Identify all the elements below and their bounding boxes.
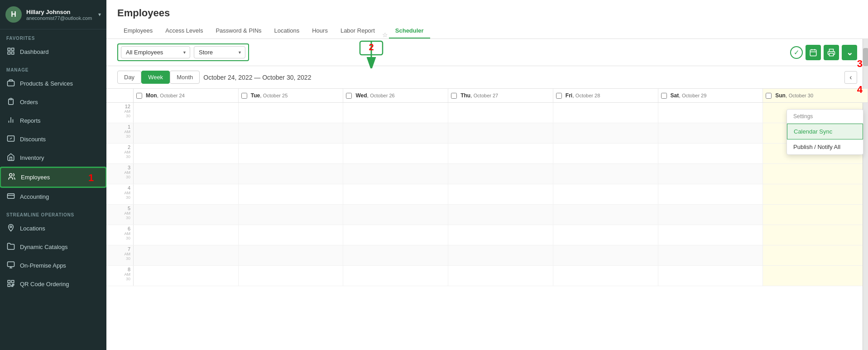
tab-locations[interactable]: Locations bbox=[268, 24, 306, 38]
print-button[interactable] bbox=[824, 45, 839, 60]
cell-sun-4am[interactable] bbox=[763, 184, 868, 204]
cell-sun-8am[interactable] bbox=[763, 266, 868, 286]
cell-fri-5am[interactable] bbox=[553, 205, 658, 225]
cell-sat-1am[interactable] bbox=[658, 123, 763, 143]
cell-fri-4am[interactable] bbox=[553, 184, 658, 204]
tab-hours[interactable]: Hours bbox=[306, 24, 334, 38]
tab-labor-report[interactable]: Labor Report bbox=[334, 24, 381, 38]
select-monday-checkbox[interactable] bbox=[136, 93, 142, 99]
favorite-star-icon[interactable]: ☆ bbox=[382, 31, 388, 38]
user-menu[interactable]: H Hillary Johnson aneconomist77@outlook.… bbox=[0, 0, 106, 29]
sidebar-item-dynamic-catalogs[interactable]: Dynamic Catalogs bbox=[0, 238, 106, 256]
cell-sun-5am[interactable] bbox=[763, 205, 868, 225]
cell-tue-3am[interactable] bbox=[239, 164, 344, 184]
cell-mon-2am[interactable] bbox=[134, 144, 239, 163]
sidebar-item-orders[interactable]: Orders bbox=[0, 93, 106, 111]
cell-tue-1am[interactable] bbox=[239, 123, 344, 143]
cell-sat-8am[interactable] bbox=[658, 266, 763, 286]
dropdown-toggle-button[interactable]: ⌄ bbox=[842, 45, 857, 60]
scrollbar[interactable] bbox=[863, 39, 868, 350]
sidebar-item-inventory[interactable]: Inventory bbox=[0, 149, 106, 167]
cell-tue-5am[interactable] bbox=[239, 205, 344, 225]
select-tuesday-checkbox[interactable] bbox=[241, 93, 247, 99]
sidebar-item-on-premise-apps[interactable]: On-Premise Apps bbox=[0, 256, 106, 275]
select-saturday-checkbox[interactable] bbox=[661, 93, 667, 99]
sidebar-item-employees[interactable]: Employees bbox=[0, 167, 106, 187]
cell-sat-2am[interactable] bbox=[658, 144, 763, 163]
sidebar-item-dashboard[interactable]: Dashboard bbox=[0, 43, 106, 61]
cell-thu-12am[interactable] bbox=[448, 103, 553, 123]
store-filter-select[interactable]: Store All Locations bbox=[194, 46, 245, 58]
week-view-button[interactable]: Week bbox=[141, 71, 170, 84]
check-circle-button[interactable]: ✓ bbox=[790, 46, 803, 59]
cell-sun-3am[interactable] bbox=[763, 164, 868, 184]
day-view-button[interactable]: Day bbox=[117, 71, 141, 84]
sidebar-item-locations[interactable]: Locations bbox=[0, 219, 106, 238]
cell-sat-12am[interactable] bbox=[658, 103, 763, 123]
cell-tue-4am[interactable] bbox=[239, 184, 344, 204]
cell-mon-7am[interactable] bbox=[134, 245, 239, 265]
cell-fri-7am[interactable] bbox=[553, 245, 658, 265]
select-sunday-checkbox[interactable] bbox=[766, 93, 772, 99]
publish-notify-all-menu-item[interactable]: Publish / Notify All bbox=[787, 139, 863, 154]
cell-mon-3am[interactable] bbox=[134, 164, 239, 184]
cell-wed-8am[interactable] bbox=[343, 266, 448, 286]
cell-mon-4am[interactable] bbox=[134, 184, 239, 204]
select-wednesday-checkbox[interactable] bbox=[346, 93, 352, 99]
cell-mon-8am[interactable] bbox=[134, 266, 239, 286]
cell-mon-1am[interactable] bbox=[134, 123, 239, 143]
cell-fri-2am[interactable] bbox=[553, 144, 658, 163]
cell-thu-4am[interactable] bbox=[448, 184, 553, 204]
cell-sun-7am[interactable] bbox=[763, 245, 868, 265]
cell-sat-3am[interactable] bbox=[658, 164, 763, 184]
calendar-button[interactable] bbox=[806, 45, 821, 60]
cell-wed-2am[interactable] bbox=[343, 144, 448, 163]
cell-thu-1am[interactable] bbox=[448, 123, 553, 143]
cell-thu-2am[interactable] bbox=[448, 144, 553, 163]
sidebar-item-accounting[interactable]: Accounting bbox=[0, 187, 106, 206]
employee-filter-select[interactable]: All Employees Active Employees Inactive … bbox=[121, 46, 190, 58]
cell-tue-7am[interactable] bbox=[239, 245, 344, 265]
cell-wed-1am[interactable] bbox=[343, 123, 448, 143]
cell-mon-6am[interactable] bbox=[134, 225, 239, 245]
cell-tue-8am[interactable] bbox=[239, 266, 344, 286]
cell-sat-7am[interactable] bbox=[658, 245, 763, 265]
cell-fri-1am[interactable] bbox=[553, 123, 658, 143]
cell-tue-12am[interactable] bbox=[239, 103, 344, 123]
select-friday-checkbox[interactable] bbox=[556, 93, 562, 99]
select-thursday-checkbox[interactable] bbox=[451, 93, 457, 99]
cell-tue-6am[interactable] bbox=[239, 225, 344, 245]
cell-mon-5am[interactable] bbox=[134, 205, 239, 225]
tab-access-levels[interactable]: Access Levels bbox=[159, 24, 209, 38]
month-view-button[interactable]: Month bbox=[170, 71, 200, 84]
cell-sat-5am[interactable] bbox=[658, 205, 763, 225]
cell-tue-2am[interactable] bbox=[239, 144, 344, 163]
cell-fri-6am[interactable] bbox=[553, 225, 658, 245]
cell-wed-3am[interactable] bbox=[343, 164, 448, 184]
cell-sun-6am[interactable] bbox=[763, 225, 868, 245]
sidebar-item-reports[interactable]: Reports bbox=[0, 111, 106, 130]
cell-thu-8am[interactable] bbox=[448, 266, 553, 286]
sidebar-item-discounts[interactable]: Discounts bbox=[0, 130, 106, 149]
tab-employees[interactable]: Employees bbox=[117, 24, 159, 38]
prev-week-button[interactable]: ‹ bbox=[844, 71, 857, 84]
tab-password-pins[interactable]: Password & PINs bbox=[209, 24, 268, 38]
cell-fri-3am[interactable] bbox=[553, 164, 658, 184]
cell-wed-7am[interactable] bbox=[343, 245, 448, 265]
cell-sat-4am[interactable] bbox=[658, 184, 763, 204]
cell-thu-3am[interactable] bbox=[448, 164, 553, 184]
cell-thu-7am[interactable] bbox=[448, 245, 553, 265]
cell-thu-6am[interactable] bbox=[448, 225, 553, 245]
cell-mon-12am[interactable] bbox=[134, 103, 239, 123]
cell-fri-8am[interactable] bbox=[553, 266, 658, 286]
cell-wed-5am[interactable] bbox=[343, 205, 448, 225]
scrollbar-thumb[interactable] bbox=[863, 48, 868, 66]
cell-sat-6am[interactable] bbox=[658, 225, 763, 245]
cell-wed-6am[interactable] bbox=[343, 225, 448, 245]
cell-fri-12am[interactable] bbox=[553, 103, 658, 123]
sidebar-item-products-services[interactable]: Products & Services bbox=[0, 74, 106, 93]
calendar-sync-menu-item[interactable]: Calendar Sync bbox=[787, 124, 863, 139]
cell-wed-12am[interactable] bbox=[343, 103, 448, 123]
cell-thu-5am[interactable] bbox=[448, 205, 553, 225]
sidebar-item-qr-code-ordering[interactable]: QR Code Ordering bbox=[0, 275, 106, 293]
